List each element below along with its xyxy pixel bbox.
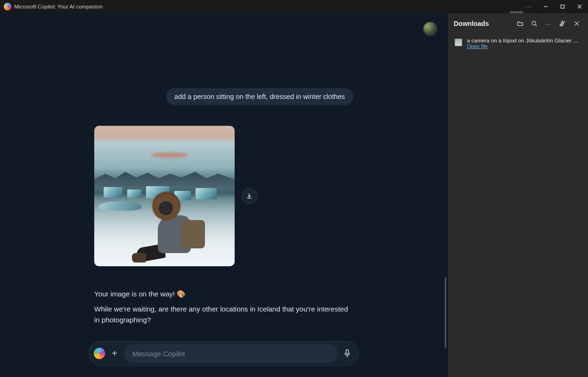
- user-message-bubble: add a person sitting on the left, dresse…: [166, 88, 353, 105]
- svg-rect-4: [346, 350, 349, 354]
- assistant-line: Your image is on the way! 🎨: [94, 289, 353, 300]
- assistant-line: While we're waiting, are there any other…: [94, 304, 353, 325]
- copilot-logo-icon[interactable]: [94, 348, 105, 359]
- close-panel-icon[interactable]: [571, 18, 582, 29]
- download-item[interactable]: a camera on a tripod on Jökulsárlón Glac…: [448, 34, 588, 53]
- downloads-search-icon[interactable]: [529, 18, 540, 29]
- download-thumbnail-icon: [455, 39, 462, 46]
- generated-image[interactable]: [94, 126, 235, 266]
- downloads-folder-icon[interactable]: [514, 18, 526, 29]
- unpin-icon[interactable]: [557, 18, 568, 29]
- downloads-more-icon[interactable]: ···: [543, 20, 554, 27]
- titlebar-more-icon[interactable]: ···: [520, 0, 537, 13]
- download-image-button[interactable]: [241, 188, 257, 204]
- message-input[interactable]: [132, 350, 329, 358]
- chat-pane: add a person sitting on the left, dresse…: [0, 13, 448, 377]
- message-input-wrap[interactable]: [124, 344, 338, 363]
- microphone-button[interactable]: [341, 347, 354, 360]
- close-button[interactable]: [571, 0, 588, 13]
- assistant-message: Your image is on the way! 🎨 While we're …: [94, 289, 353, 326]
- window-title: Microsoft Copilot: Your AI companion: [14, 4, 103, 9]
- svg-line-6: [535, 25, 537, 26]
- svg-point-5: [532, 21, 536, 25]
- scrollbar-thumb[interactable]: [445, 277, 446, 348]
- downloads-panel: Downloads ··· a camera on a tripod on Jö…: [448, 13, 588, 377]
- copilot-app-icon: [4, 3, 11, 10]
- composer: +: [89, 341, 359, 366]
- minimize-button[interactable]: [537, 0, 554, 13]
- svg-rect-1: [561, 5, 564, 8]
- download-filename: a camera on a tripod on Jökulsárlón Glac…: [467, 38, 581, 43]
- download-open-link[interactable]: Open file: [467, 43, 581, 49]
- add-attachment-button[interactable]: +: [108, 347, 121, 360]
- downloads-title: Downloads: [454, 20, 512, 27]
- title-bar: Microsoft Copilot: Your AI companion ···: [0, 0, 588, 13]
- maximize-button[interactable]: [554, 0, 571, 13]
